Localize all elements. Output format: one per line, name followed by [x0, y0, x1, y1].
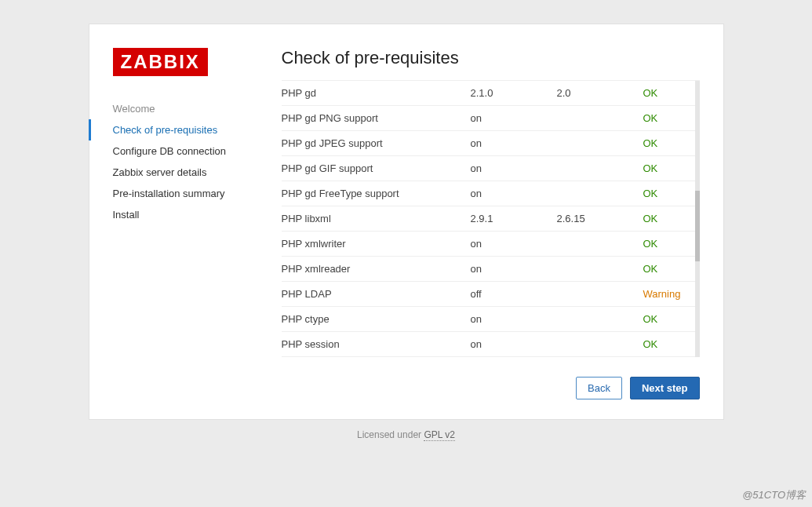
main-content: Check of pre-requisites PHP gd2.1.02.0OK… — [282, 48, 700, 357]
req-name: PHP xmlreader — [282, 263, 471, 275]
req-status: OK — [643, 87, 690, 99]
license-link[interactable]: GPL v2 — [424, 429, 455, 441]
table-row: PHP gd JPEG supportonOK — [282, 131, 700, 156]
table-row: PHP ctypeonOK — [282, 307, 700, 332]
setup-panel: ZABBIX WelcomeCheck of pre-requisitesCon… — [89, 24, 724, 420]
scrollbar-thumb[interactable] — [695, 191, 700, 261]
req-current: on — [471, 313, 557, 325]
req-status: OK — [643, 313, 690, 325]
sidebar-item-step-3[interactable]: Zabbix server details — [113, 162, 282, 183]
wizard-footer: Back Next step — [113, 377, 700, 399]
page-title: Check of pre-requisites — [282, 48, 700, 68]
req-name: PHP gd JPEG support — [282, 137, 471, 149]
table-row: PHP libxml2.9.12.6.15OK — [282, 206, 700, 232]
sidebar-item-step-5[interactable]: Install — [113, 204, 282, 225]
table-row: PHP gd FreeType supportonOK — [282, 181, 700, 206]
req-name: PHP libxml — [282, 213, 471, 224]
table-row: PHP gd GIF supportonOK — [282, 156, 700, 181]
panel-body: ZABBIX WelcomeCheck of pre-requisitesCon… — [113, 48, 700, 357]
req-name: PHP gd FreeType support — [282, 188, 471, 199]
req-status: OK — [643, 263, 690, 275]
req-name: PHP gd PNG support — [282, 112, 471, 124]
req-status: Warning — [643, 288, 690, 300]
req-current: on — [471, 238, 557, 250]
table-row: PHP gd PNG supportonOK — [282, 106, 700, 131]
sidebar-item-step-1[interactable]: Check of pre-requisites — [89, 119, 282, 140]
req-current: on — [471, 188, 557, 199]
req-name: PHP gd — [282, 87, 471, 99]
table-row: PHP sessiononOK — [282, 332, 700, 357]
watermark: @51CTO博客 — [742, 488, 806, 502]
table-row: PHP xmlreaderonOK — [282, 257, 700, 282]
license-prefix: Licensed under — [357, 429, 424, 440]
table-row: PHP LDAPoffWarning — [282, 282, 700, 307]
req-current: on — [471, 338, 557, 350]
table-row: PHP xmlwriteronOK — [282, 232, 700, 257]
req-status: OK — [643, 137, 690, 149]
req-status: OK — [643, 338, 690, 350]
table-row: PHP gd2.1.02.0OK — [282, 81, 700, 106]
req-name: PHP gd GIF support — [282, 162, 471, 174]
req-current: on — [471, 112, 557, 124]
req-current: on — [471, 162, 557, 174]
req-current: on — [471, 137, 557, 149]
req-required: 2.6.15 — [557, 213, 643, 224]
req-name: PHP session — [282, 338, 471, 350]
req-status: OK — [643, 238, 690, 250]
sidebar-item-step-4[interactable]: Pre-installation summary — [113, 183, 282, 204]
req-status: OK — [643, 188, 690, 199]
req-current: 2.1.0 — [471, 87, 557, 99]
next-step-button[interactable]: Next step — [630, 377, 700, 399]
req-current: 2.9.1 — [471, 213, 557, 224]
sidebar-item-step-2[interactable]: Configure DB connection — [113, 140, 282, 162]
sidebar-item-step-0[interactable]: Welcome — [113, 98, 282, 119]
req-status: OK — [643, 162, 690, 174]
nav-steps: WelcomeCheck of pre-requisitesConfigure … — [113, 98, 282, 225]
req-name: PHP ctype — [282, 313, 471, 325]
req-current: on — [471, 263, 557, 275]
req-name: PHP xmlwriter — [282, 238, 471, 250]
back-button[interactable]: Back — [576, 377, 622, 399]
req-status: OK — [643, 112, 690, 124]
req-name: PHP LDAP — [282, 288, 471, 300]
requirements-table: PHP gd2.1.02.0OKPHP gd PNG supportonOKPH… — [282, 80, 700, 357]
zabbix-logo: ZABBIX — [113, 48, 208, 76]
req-current: off — [471, 288, 557, 300]
req-status: OK — [643, 213, 690, 224]
license-text: Licensed under GPL v2 — [0, 429, 812, 440]
req-required: 2.0 — [557, 87, 643, 99]
sidebar: ZABBIX WelcomeCheck of pre-requisitesCon… — [113, 48, 282, 357]
